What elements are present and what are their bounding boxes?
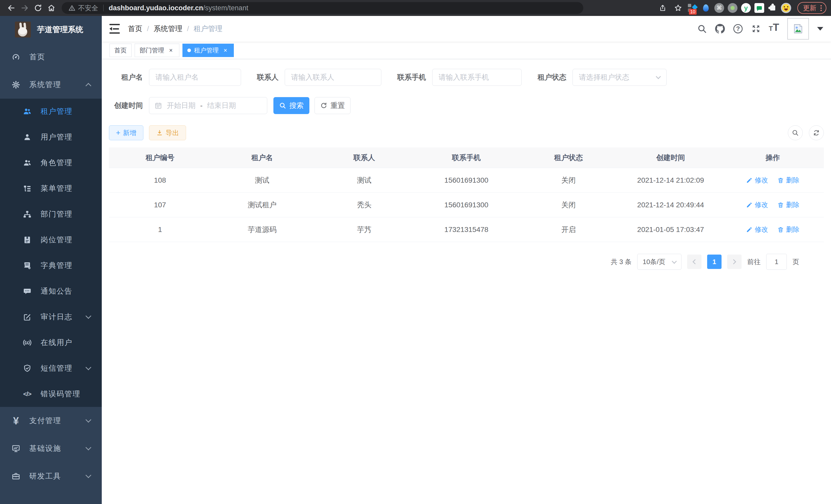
current-page-button[interactable]: 1	[707, 255, 721, 269]
sidebar-logo[interactable]: 芋道管理系统	[0, 16, 102, 43]
extension-y-icon[interactable]	[740, 2, 752, 13]
omnibox-divider	[103, 5, 104, 11]
avatar-caret-icon[interactable]	[817, 27, 823, 31]
download-icon	[156, 129, 163, 137]
chevron-right-icon	[731, 259, 736, 264]
search-icon	[279, 102, 286, 109]
share-icon[interactable]	[656, 2, 669, 14]
next-page-button[interactable]	[727, 255, 742, 269]
github-icon[interactable]	[713, 22, 727, 36]
delete-button[interactable]: 删除	[777, 200, 799, 209]
add-button[interactable]: 新增	[109, 125, 143, 140]
contact-input[interactable]	[285, 69, 381, 86]
sidebar-item-home[interactable]: 首页	[0, 43, 102, 71]
reload-icon[interactable]	[31, 2, 45, 14]
address-bar[interactable]: 不安全 dashboard.yudao.iocoder.cn /system/t…	[62, 2, 583, 14]
extensions-puzzle-icon[interactable]	[767, 2, 778, 13]
sidebar-item-menu[interactable]: 菜单管理	[0, 176, 102, 201]
toolbox-icon	[11, 472, 21, 481]
security-warning-icon[interactable]	[68, 4, 76, 11]
table-row: 108 测试 测试 15601691300 关闭 2021-12-14 21:0…	[109, 168, 824, 192]
delete-button[interactable]: 删除	[777, 225, 799, 234]
mobile-input[interactable]	[432, 69, 522, 86]
sidebar-item-sms[interactable]: 短信管理	[0, 356, 102, 381]
sidebar-fold-icon[interactable]	[110, 24, 120, 34]
breadcrumb-system[interactable]: 系统管理	[154, 24, 182, 34]
tenant-name-label: 租户名	[109, 72, 149, 82]
bookmark-star-icon[interactable]	[671, 2, 685, 14]
table-row: 1 芋道源码 芋艿 17321315478 开启 2021-01-05 17:0…	[109, 217, 824, 242]
status-placeholder: 请选择租户状态	[579, 72, 629, 82]
header-search-icon[interactable]	[695, 22, 709, 36]
sidebar-item-user[interactable]: 用户管理	[0, 124, 102, 150]
goto-page-input[interactable]	[766, 254, 787, 270]
close-icon[interactable]	[222, 47, 229, 54]
gem-icon	[703, 4, 709, 11]
extension-chat-icon[interactable]	[754, 2, 765, 13]
sidebar-item-post[interactable]: 岗位管理	[0, 227, 102, 253]
col-actions: 操作	[722, 153, 824, 162]
prev-page-button[interactable]	[687, 255, 701, 269]
sidebar-item-pay[interactable]: 支付管理	[0, 407, 102, 435]
cell-contact: 秃头	[313, 200, 415, 210]
y-logo-icon	[741, 3, 751, 13]
sidebar-item-system[interactable]: 系统管理	[0, 71, 102, 99]
sidebar-item-notice[interactable]: 通知公告	[0, 278, 102, 304]
tag-home[interactable]: 首页	[110, 44, 132, 57]
sidebar-item-infra[interactable]: 基础设施	[0, 435, 102, 463]
tag-tenant[interactable]: 租户管理	[182, 44, 234, 57]
tenant-name-input[interactable]	[149, 69, 241, 86]
extension-emoji-icon[interactable]	[780, 2, 792, 13]
create-time-range-picker[interactable]: 开始日期 - 结束日期	[149, 97, 267, 114]
edit-button[interactable]: 修改	[746, 176, 768, 185]
menu-kebab-icon[interactable]	[821, 5, 822, 11]
extension-gem-icon[interactable]	[700, 2, 712, 13]
trash-icon	[777, 226, 784, 233]
sidebar-item-audit[interactable]: 审计日志	[0, 304, 102, 330]
extension-command-icon[interactable]	[714, 2, 725, 13]
show-search-toggle-button[interactable]	[788, 125, 803, 140]
browser-actions: 10 更新	[588, 2, 826, 14]
pagination-total: 共 3 条	[611, 258, 632, 266]
sidebar: 芋道管理系统 首页 系统管理	[0, 16, 102, 504]
search-button[interactable]: 搜索	[274, 97, 309, 114]
close-icon[interactable]	[167, 47, 174, 54]
sidebar-item-online[interactable]: 在线用户	[0, 330, 102, 356]
gear-icon	[11, 80, 21, 89]
url-host: dashboard.yudao.iocoder.cn	[109, 4, 203, 12]
col-tenant-name: 租户名	[211, 153, 313, 162]
chevron-down-icon	[86, 445, 91, 451]
back-icon[interactable]	[5, 2, 18, 14]
reset-button[interactable]: 重置	[315, 97, 350, 114]
cell-created: 2021-12-14 21:02:09	[620, 176, 721, 184]
avatar[interactable]	[787, 18, 809, 39]
fullscreen-icon[interactable]	[749, 22, 763, 36]
cell-tenant-name: 芋道源码	[211, 225, 313, 235]
edit-button[interactable]: 修改	[746, 200, 768, 209]
status-select[interactable]: 请选择租户状态	[573, 69, 666, 86]
sidebar-item-role[interactable]: 角色管理	[0, 150, 102, 176]
forward-icon[interactable]	[18, 2, 31, 14]
sidebar-item-errorcode[interactable]: 错误码管理	[0, 381, 102, 407]
home-icon[interactable]	[45, 2, 58, 14]
extension-record-icon[interactable]	[727, 2, 738, 13]
refresh-table-button[interactable]	[809, 125, 824, 140]
font-size-icon[interactable]	[767, 22, 781, 36]
logo-rabbit-image	[15, 22, 31, 37]
system-submenu: 租户管理 用户管理 角色管理	[0, 99, 102, 407]
tag-dept[interactable]: 部门管理	[135, 44, 179, 57]
col-contact: 联系人	[313, 153, 415, 162]
page-size-select[interactable]: 10条/页	[637, 254, 682, 270]
sidebar-item-devtools[interactable]: 研发工具	[0, 463, 102, 490]
edit-button[interactable]: 修改	[746, 225, 768, 234]
chrome-update-button[interactable]: 更新	[797, 2, 826, 14]
breadcrumb-home[interactable]: 首页	[128, 24, 142, 34]
sidebar-item-dept[interactable]: 部门管理	[0, 201, 102, 227]
dashboard-icon	[11, 52, 21, 62]
sidebar-item-tenant[interactable]: 租户管理	[0, 99, 102, 124]
export-button[interactable]: 导出	[149, 125, 186, 140]
sidebar-item-dict[interactable]: 字典管理	[0, 253, 102, 278]
delete-button[interactable]: 删除	[777, 176, 799, 185]
extension-tampermonkey-icon[interactable]: 10	[687, 2, 698, 13]
help-icon[interactable]	[731, 22, 745, 36]
